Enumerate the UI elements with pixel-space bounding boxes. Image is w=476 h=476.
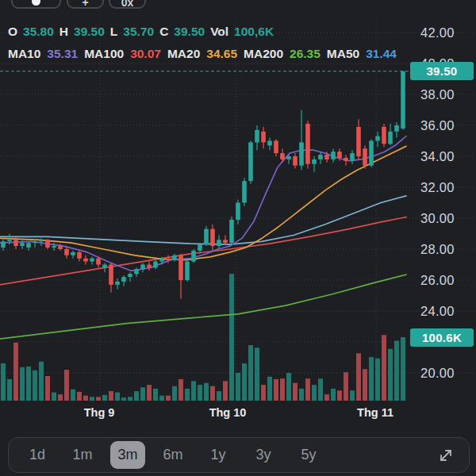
candle-body [267,141,272,146]
candle-body [134,269,139,274]
candle-body [58,246,63,249]
ma-label: MA200 [244,47,283,61]
trading-chart-screen: + 0x O35.80H39.50L35.70C39.50Vol100,6K M… [0,0,476,476]
multiplier-button[interactable]: 0x [109,0,146,9]
volume-bar [217,391,221,401]
volume-bar [13,343,18,401]
volume-bar [375,359,380,401]
ohlc-value: 39.50 [174,25,205,39]
candle-body [1,241,6,248]
range-button-3y[interactable]: 3y [246,441,281,469]
candle-body [128,274,132,277]
candle-body [299,142,304,165]
candle-body [382,127,386,144]
price-axis-label: 20.00 [420,366,476,381]
ohlc-value: 39.50 [74,25,105,39]
volume-bar [140,387,145,401]
volume-bar [191,381,196,401]
ma-value: 35.31 [47,47,78,61]
candle-body [337,152,342,158]
ohlc-readout: O35.80H39.50L35.70C39.50Vol100,6K [8,25,274,39]
volume-bar [90,397,94,401]
ma-value: 34.65 [206,47,237,61]
range-button-6m[interactable]: 6m [155,441,190,469]
candle-body [255,130,259,143]
candle-body [20,243,25,246]
candle-body [375,136,380,141]
candle-body [71,252,75,255]
candle-body [7,240,12,241]
volume-bar [324,394,329,401]
ohlc-label: C [159,25,168,39]
volume-bar [337,390,342,401]
candle-body [90,259,94,262]
price-axis-label: 38.00 [420,87,476,102]
volume-bar [236,373,240,401]
candle-body [140,265,145,270]
candle-body [356,127,361,156]
volume-bar [96,397,101,401]
price-axis-label: 32.00 [420,180,476,195]
candle-body [344,158,348,161]
volume-bar [223,381,228,401]
dot-icon [32,0,40,6]
volume-bar [204,383,209,401]
volume-bar [121,397,126,401]
volume-bar [26,367,31,401]
volume-bar [1,363,6,401]
candle-body [115,282,120,285]
expand-button[interactable] [437,447,455,464]
volume-bar [382,335,386,401]
volume-bar [172,386,177,401]
ohlc-label: H [60,25,68,39]
candle-body [236,203,240,220]
candle-body [39,240,44,241]
add-indicator-button[interactable]: + [67,0,104,9]
month-label: Thg 10 [209,406,247,419]
candle-body [350,153,355,161]
candle-body [159,259,164,262]
candle-body [223,240,228,243]
range-button-1y[interactable]: 1y [201,441,236,469]
range-button-5y[interactable]: 5y [291,441,326,469]
candle-body [312,159,317,164]
ohlc-value: 100,6K [234,25,274,39]
chart-canvas[interactable] [0,0,476,476]
volume-bar [280,378,285,401]
volume-bar [369,357,374,401]
candle-body [153,262,158,268]
multiplier-label: 0x [121,0,134,7]
last-price-badge: 39.50 [410,62,474,80]
ohlc-value: 35.80 [23,25,54,39]
candle-body [286,156,291,159]
chart-style-button[interactable] [11,0,61,9]
volume-bar [33,370,37,401]
volume-bar [102,395,107,401]
price-axis-label: 36.00 [420,118,476,133]
price-axis-label: 26.00 [420,273,476,288]
candle-body [210,229,215,246]
volume-bar [20,367,25,401]
price-axis-label: 42.00 [420,25,476,40]
ma-readout: MA1035.31MA10030.07MA2034.65MA20026.35MA… [8,47,397,61]
volume-bar [198,385,202,401]
candle-body [185,262,190,280]
plus-icon: + [82,0,88,7]
volume-bar [210,386,215,401]
candle-body [388,132,393,144]
ma-line-ma20 [0,146,406,259]
volume-bar [39,362,44,401]
volume-bar [318,378,323,401]
price-axis-label: 28.00 [420,242,476,257]
range-button-1d[interactable]: 1d [20,441,55,469]
range-button-1m[interactable]: 1m [65,441,100,469]
candle-body [45,240,50,248]
volume-bar [261,385,266,401]
month-label: Thg 9 [84,406,115,419]
volume-bar [242,363,247,401]
volume-bar [293,383,298,401]
price-axis-label: 34.00 [420,149,476,164]
month-label: Thg 11 [357,406,393,419]
candle-body [102,265,107,268]
range-button-3m[interactable]: 3m [110,441,145,469]
